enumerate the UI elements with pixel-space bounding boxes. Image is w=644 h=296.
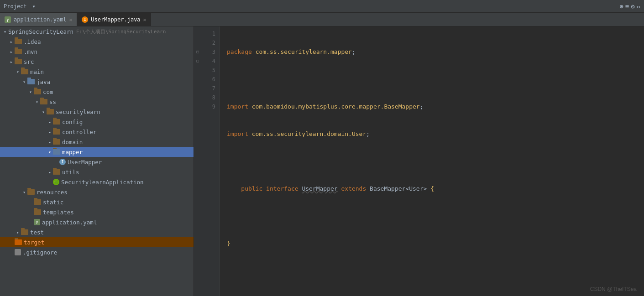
dropdown-arrow: ▾ <box>32 3 36 10</box>
sidebar-item-idea[interactable]: .idea <box>0 36 194 47</box>
sidebar-item-templates[interactable]: templates <box>0 207 194 217</box>
fold-4[interactable]: ⊟ <box>194 57 201 66</box>
main-folder-icon <box>21 69 28 74</box>
code-line-8: } <box>227 239 644 248</box>
yaml-file-label: application.yaml <box>42 219 97 226</box>
code-content[interactable]: package com.ss.securitylearn.mapper; imp… <box>220 26 644 296</box>
templates-folder-icon <box>34 209 41 215</box>
controller-folder-icon <box>53 129 60 135</box>
fold-gutter: ⊟ ⊟ <box>194 26 201 296</box>
templates-label: templates <box>43 209 74 216</box>
code-line-2 <box>227 75 644 84</box>
sidebar-item-resources[interactable]: resources <box>0 187 194 197</box>
code-line-1: package com.ss.securitylearn.mapper; <box>227 47 644 57</box>
sidebar-item-securitylearn[interactable]: securitylearn <box>0 107 194 117</box>
securitylearn-arrow <box>40 109 47 114</box>
sidebar-item-application-yaml[interactable]: y application.yaml <box>0 217 194 227</box>
idea-arrow <box>8 39 15 44</box>
src-folder-icon <box>15 59 22 64</box>
utils-arrow <box>47 170 53 175</box>
sidebar-item-ss[interactable]: ss <box>0 97 194 107</box>
controller-label: controller <box>62 129 96 135</box>
sidebar: SpringSecurityLearn E:\个人项目\SpringSecuri… <box>0 26 194 296</box>
sidebar-item-test[interactable]: test <box>0 227 194 237</box>
com-folder-icon <box>34 89 41 94</box>
static-folder-icon <box>34 199 41 205</box>
fold-2 <box>194 38 201 47</box>
java-arrow <box>21 79 27 84</box>
editor-panel[interactable]: ⊟ ⊟ 1 2 3 4 5 6 7 8 9 p <box>194 26 644 296</box>
tab-close-java[interactable]: ✕ <box>143 17 147 23</box>
main-area: SpringSecurityLearn E:\个人项目\SpringSecuri… <box>0 26 644 296</box>
yaml-tab-icon: y <box>5 16 11 23</box>
src-label: src <box>24 58 34 65</box>
sidebar-item-mvn[interactable]: .mvn <box>0 47 194 57</box>
fold-9 <box>194 102 201 111</box>
sidebar-item-com[interactable]: com <box>0 87 194 97</box>
idea-label: .idea <box>24 38 41 45</box>
tab-close-yaml[interactable]: ✕ <box>69 17 73 23</box>
usermapper-label: UserMapper <box>68 159 102 166</box>
tab-label-yaml: application.yaml <box>14 16 67 23</box>
static-label: static <box>43 199 63 206</box>
tab-user-mapper-java[interactable]: I UserMapper.java ✕ <box>77 13 151 26</box>
add-icon[interactable]: ⊕ <box>619 3 623 10</box>
ss-arrow <box>34 99 40 104</box>
target-label: target <box>24 239 44 246</box>
code-line-9 <box>227 266 644 275</box>
settings-icon[interactable]: ⚙ <box>631 3 634 10</box>
sidebar-item-securitylearnapplication[interactable]: 🌿 SecuritylearnApplication <box>0 177 194 187</box>
config-folder-icon <box>53 119 60 125</box>
test-folder-icon <box>21 229 28 235</box>
java-folder-icon <box>27 79 35 84</box>
resize-icon[interactable]: ↔ <box>637 3 640 10</box>
domain-arrow <box>47 140 53 145</box>
sidebar-project-root[interactable]: SpringSecurityLearn E:\个人项目\SpringSecuri… <box>0 26 194 36</box>
sidebar-item-gitignore[interactable]: .gitignore <box>0 247 194 257</box>
securitylearn-label: securitylearn <box>56 109 100 115</box>
fold-6 <box>194 75 201 84</box>
code-line-6: public interface UserMapper extends Base… <box>227 184 644 193</box>
sidebar-item-utils[interactable]: utils <box>0 167 194 177</box>
sidebar-item-domain[interactable]: domain <box>0 137 194 147</box>
ss-folder-icon <box>40 99 47 104</box>
resources-label: resources <box>37 189 68 196</box>
sidebar-item-mapper[interactable]: mapper <box>0 147 194 157</box>
domain-label: domain <box>62 139 83 145</box>
sidebar-item-target[interactable]: target <box>0 237 194 247</box>
code-line-3: import com.baomidou.mybatisplus.core.map… <box>227 102 644 111</box>
app-spring-icon: 🌿 <box>53 179 59 185</box>
sidebar-item-main[interactable]: main <box>0 67 194 77</box>
sidebar-item-usermapper[interactable]: I UserMapper <box>0 157 194 167</box>
collapse-icon[interactable]: ≡ <box>625 3 629 10</box>
fold-5 <box>194 66 201 75</box>
java-tab-icon: I <box>82 16 88 23</box>
config-arrow <box>47 119 53 125</box>
project-dropdown[interactable]: Project ▾ <box>4 3 36 10</box>
watermark: CSDN @TheITSea <box>590 286 637 292</box>
mapper-folder-icon <box>53 149 60 155</box>
mapper-arrow <box>47 150 53 155</box>
fold-7 <box>194 84 201 93</box>
fold-1 <box>194 29 201 38</box>
project-path: E:\个人项目\SpringSecurityLearn <box>76 28 166 35</box>
fold-3[interactable]: ⊟ <box>194 47 201 57</box>
sidebar-item-config[interactable]: config <box>0 117 194 127</box>
usermapper-icon: I <box>59 159 66 165</box>
mapper-label: mapper <box>62 149 83 156</box>
tab-label-java: UserMapper.java <box>91 16 140 23</box>
sidebar-item-java[interactable]: java <box>0 77 194 87</box>
securitylearn-folder-icon <box>47 109 54 114</box>
config-label: config <box>62 119 83 125</box>
project-label: Project <box>4 3 27 10</box>
sidebar-item-src[interactable]: src <box>0 57 194 67</box>
tab-application-yaml[interactable]: y application.yaml ✕ <box>0 13 77 26</box>
ss-label: ss <box>49 99 56 105</box>
sidebar-item-static[interactable]: static <box>0 197 194 207</box>
java-label: java <box>37 78 50 85</box>
test-arrow <box>15 230 21 235</box>
code-line-5 <box>227 157 644 166</box>
idea-folder-icon <box>15 39 22 44</box>
sidebar-item-controller[interactable]: controller <box>0 127 194 137</box>
mvn-arrow <box>8 49 15 54</box>
